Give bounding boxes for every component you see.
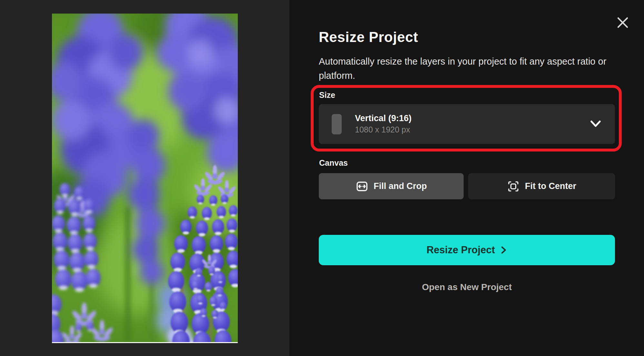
resize-project-button-label: Resize Project — [427, 244, 495, 256]
fill-and-crop-button[interactable]: Fill and Crop — [319, 173, 464, 199]
resize-project-button[interactable]: Resize Project — [319, 235, 615, 265]
size-section-label: Size — [319, 90, 335, 100]
chevron-down-icon — [590, 120, 601, 128]
fill-and-crop-label: Fill and Crop — [374, 181, 427, 191]
close-button[interactable] — [614, 14, 632, 32]
dialog-description: Automatically resize the layers in your … — [319, 54, 619, 83]
close-icon — [616, 16, 630, 30]
preview-panel — [0, 0, 289, 356]
fit-to-center-button[interactable]: Fit to Center — [468, 173, 615, 199]
size-selected-value: Vertical (9:16) — [355, 114, 412, 123]
flower-photo-illustration — [52, 14, 238, 342]
fit-to-center-label: Fit to Center — [525, 181, 576, 191]
size-selected-dimensions: 1080 x 1920 px — [355, 125, 412, 134]
canvas-options-row: Fill and Crop Fit to Center — [319, 173, 615, 199]
size-shape-icon — [332, 114, 342, 134]
project-preview-image — [52, 14, 238, 343]
dialog-title: Resize Project — [319, 29, 418, 45]
chevron-right-icon — [500, 246, 507, 255]
canvas-section-label: Canvas — [319, 158, 348, 168]
open-as-new-project-link[interactable]: Open as New Project — [319, 282, 615, 293]
fit-to-center-icon — [507, 180, 520, 193]
size-dropdown[interactable]: Vertical (9:16) 1080 x 1920 px — [319, 104, 615, 144]
fill-and-crop-icon — [356, 180, 368, 193]
app-window: Resize Project Automatically resize the … — [0, 0, 644, 356]
